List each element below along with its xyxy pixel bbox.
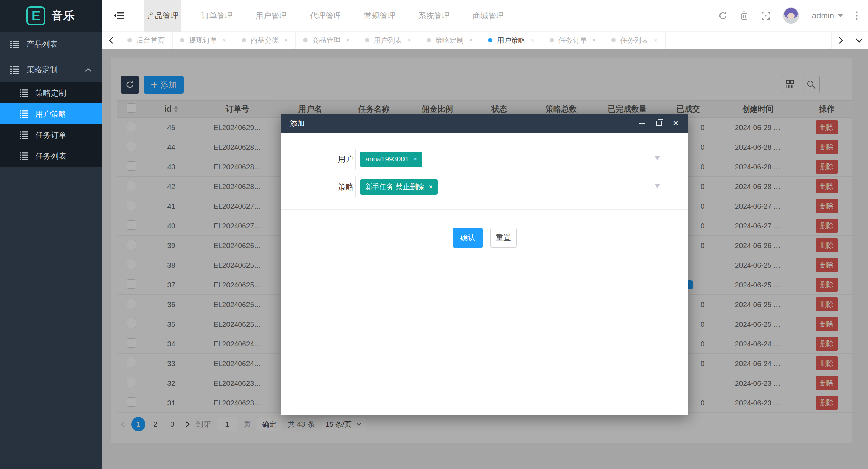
- tab-close-icon[interactable]: ×: [469, 36, 473, 44]
- maximize-icon[interactable]: [655, 120, 663, 127]
- top-nav-item[interactable]: 常规管理: [361, 0, 398, 32]
- top-nav-item[interactable]: 代理管理: [307, 0, 344, 32]
- sidebar: E 音乐 产品列表 策略定制 策略定制 用户策略 任务订单: [0, 0, 102, 469]
- sidebar-subitem-label: 任务订单: [35, 130, 66, 140]
- tabs: 后台首页 × 提现订单 × 商品分类 × 商品管理 ×: [120, 32, 831, 49]
- dialog-buttons: 确认 重置: [281, 228, 688, 248]
- tab-status-dot: [488, 38, 492, 42]
- list-icon: [20, 89, 28, 97]
- list-icon: [10, 40, 19, 49]
- sidebar-subitem[interactable]: 策略定制: [0, 82, 102, 103]
- tab-close-icon[interactable]: ×: [592, 36, 596, 44]
- user-menu[interactable]: admin: [812, 11, 843, 20]
- tab-label: 用户策略: [497, 36, 525, 45]
- tabs-scroll-left-icon[interactable]: [102, 32, 120, 49]
- strategy-select[interactable]: 新手任务 禁止删除 ×: [355, 176, 667, 198]
- refresh-icon[interactable]: [718, 11, 727, 20]
- reset-button[interactable]: 重置: [490, 228, 517, 248]
- top-nav-item[interactable]: 产品管理: [144, 0, 181, 32]
- sidebar-item-products[interactable]: 产品列表: [0, 32, 102, 57]
- list-icon: [10, 65, 19, 74]
- tab-status-dot: [303, 38, 308, 42]
- sidebar-subitem[interactable]: 用户策略: [0, 103, 102, 124]
- tab-status-dot: [550, 38, 554, 42]
- top-navbar: 产品管理 订单管理 用户管理 代理管理 常规管理 系统管理 商城管理 admin: [102, 0, 868, 32]
- tab[interactable]: 策略定制 ×: [419, 32, 481, 49]
- tabs-menu-icon[interactable]: [850, 32, 868, 49]
- tab[interactable]: 商品分类 ×: [234, 32, 296, 49]
- tab-status-dot: [365, 38, 369, 42]
- top-nav-items: 产品管理 订单管理 用户管理 代理管理 常规管理 系统管理 商城管理: [136, 0, 515, 32]
- logo-icon: E: [26, 6, 45, 25]
- sidebar-item-label: 产品列表: [26, 39, 58, 50]
- top-nav-item[interactable]: 订单管理: [199, 0, 235, 32]
- sidebar-item-label: 策略定制: [26, 64, 58, 75]
- list-icon: [20, 110, 28, 118]
- dialog-controls: ✕: [638, 120, 679, 127]
- dialog-title: 添加: [290, 118, 305, 129]
- tab[interactable]: 提现订单 ×: [173, 32, 234, 49]
- tab-close-icon[interactable]: ×: [346, 36, 350, 44]
- user-select[interactable]: anna1993001 ×: [355, 148, 667, 170]
- user-tag-label: anna1993001: [365, 155, 409, 163]
- app-logo: E 音乐: [0, 0, 102, 32]
- tab-bar: 后台首页 × 提现订单 × 商品分类 × 商品管理 ×: [102, 32, 868, 49]
- tab-status-dot: [127, 38, 132, 42]
- kebab-menu-icon[interactable]: [856, 11, 858, 20]
- tab-close-icon[interactable]: ×: [407, 36, 411, 44]
- tab-close-icon[interactable]: ×: [654, 36, 658, 44]
- tab-label: 商品管理: [312, 36, 340, 45]
- tab[interactable]: 商品管理 ×: [296, 32, 357, 49]
- tab[interactable]: 用户列表 ×: [357, 32, 419, 49]
- fullscreen-icon[interactable]: [761, 11, 770, 20]
- tag-close-icon[interactable]: ×: [429, 183, 433, 191]
- top-nav-item[interactable]: 用户管理: [253, 0, 290, 32]
- tab-status-dot: [242, 38, 246, 42]
- tab-label: 任务列表: [620, 36, 649, 45]
- tag-close-icon[interactable]: ×: [413, 155, 417, 163]
- tab-status-dot: [611, 38, 616, 42]
- user-field-label: 用户: [331, 154, 354, 164]
- dialog-header[interactable]: 添加 ✕: [281, 114, 688, 133]
- app-title: 音乐: [52, 8, 75, 23]
- sidebar-submenu: 策略定制 用户策略 任务订单 任务列表: [0, 82, 102, 167]
- tab-label: 提现订单: [189, 36, 217, 45]
- caret-down-icon: [655, 156, 660, 160]
- tab-label: 商品分类: [251, 36, 279, 45]
- tab-label: 任务订单: [558, 36, 587, 45]
- sidebar-subitem[interactable]: 任务订单: [0, 124, 102, 145]
- sidebar-item-strategy[interactable]: 策略定制: [0, 57, 102, 82]
- tab-close-icon[interactable]: ×: [284, 36, 288, 44]
- strategy-field-label: 策略: [331, 182, 354, 192]
- tab[interactable]: 用户策略 ×: [480, 32, 542, 49]
- list-icon: [20, 152, 28, 160]
- user-tag: anna1993001 ×: [360, 152, 422, 167]
- sidebar-subitem-label: 用户策略: [35, 109, 66, 119]
- sidebar-subitem[interactable]: 任务列表: [0, 145, 102, 167]
- tab-label: 用户列表: [374, 36, 402, 45]
- close-icon[interactable]: ✕: [672, 120, 679, 127]
- avatar[interactable]: [783, 7, 799, 24]
- top-nav-item[interactable]: 商城管理: [470, 0, 507, 32]
- collapse-sidebar-icon[interactable]: [102, 0, 136, 32]
- tab[interactable]: 后台首页 ×: [120, 32, 173, 49]
- tab-label: 后台首页: [136, 36, 165, 45]
- top-nav-item[interactable]: 系统管理: [416, 0, 452, 32]
- tab[interactable]: 任务列表 ×: [604, 32, 666, 49]
- sidebar-subitem-label: 策略定制: [35, 88, 66, 98]
- tab[interactable]: 任务订单 ×: [542, 32, 604, 49]
- tab-close-icon[interactable]: ×: [530, 36, 534, 44]
- dialog-divider: [281, 209, 688, 210]
- add-dialog: 添加 ✕ 用户 anna1993001 × 策略 新手任务 禁止删除 ×: [281, 114, 688, 415]
- confirm-button[interactable]: 确认: [453, 228, 483, 248]
- tab-close-icon[interactable]: ×: [222, 36, 226, 44]
- trash-icon[interactable]: [740, 11, 748, 20]
- tabs-scroll-right-icon[interactable]: [831, 32, 850, 49]
- tab-status-dot: [180, 38, 184, 42]
- caret-down-icon: [837, 14, 843, 17]
- sidebar-subitem-label: 任务列表: [35, 151, 66, 161]
- tab-label: 策略定制: [435, 36, 464, 45]
- minimize-icon[interactable]: [638, 120, 646, 127]
- dialog-body: 用户 anna1993001 × 策略 新手任务 禁止删除 × 确认 重置: [281, 133, 688, 415]
- username-label: admin: [812, 11, 834, 20]
